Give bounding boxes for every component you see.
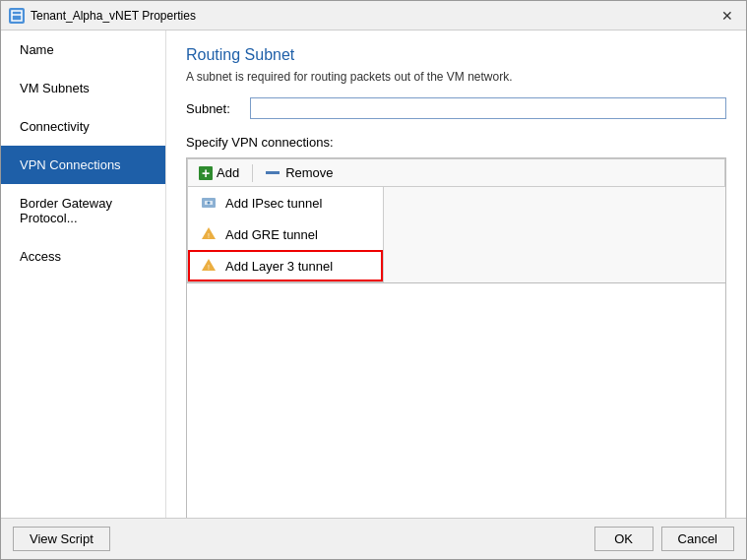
ok-button[interactable]: OK [594, 527, 654, 551]
window-title: Tenant_Alpha_vNET Properties [31, 9, 196, 23]
sidebar-item-access[interactable]: Access [1, 237, 165, 276]
footer-left: View Script [13, 527, 110, 551]
subnet-row: Subnet: [186, 97, 726, 119]
window-icon [9, 8, 25, 24]
toolbar: + Add Remove [187, 158, 725, 187]
sidebar-item-vm-subnets[interactable]: VM Subnets [1, 69, 165, 107]
gre-icon: ! [200, 225, 218, 243]
vpn-list-area [186, 283, 726, 518]
content-area: Routing Subnet A subnet is required for … [166, 31, 746, 518]
subnet-input[interactable] [250, 97, 726, 119]
svg-rect-0 [12, 11, 22, 21]
sidebar: Name VM Subnets Connectivity VPN Connect… [1, 31, 166, 518]
view-script-button[interactable]: View Script [13, 527, 110, 551]
section-title: Routing Subnet [186, 46, 726, 64]
remove-button[interactable]: Remove [259, 162, 340, 183]
add-ipsec-item[interactable]: Add IPsec tunnel [188, 187, 383, 218]
sidebar-item-vpn-connections[interactable]: VPN Connections [1, 146, 165, 184]
svg-text:!: ! [208, 232, 210, 239]
svg-text:!: ! [208, 264, 210, 271]
sidebar-item-border-gateway[interactable]: Border Gateway Protocol... [1, 184, 165, 237]
toolbar-area: + Add Remove [186, 157, 726, 283]
footer-right: OK Cancel [594, 527, 734, 551]
toolbar-separator [252, 164, 253, 182]
window-body: Name VM Subnets Connectivity VPN Connect… [1, 31, 746, 518]
cancel-button[interactable]: Cancel [661, 527, 734, 551]
properties-window: Tenant_Alpha_vNET Properties ✕ Name VM S… [0, 0, 747, 560]
add-layer3-item[interactable]: ! Add Layer 3 tunnel [188, 250, 383, 281]
remove-icon [266, 171, 280, 174]
vpn-connections-panel: + Add Remove [186, 157, 726, 518]
specify-label: Specify VPN connections: [186, 135, 726, 150]
title-bar-left: Tenant_Alpha_vNET Properties [9, 8, 196, 24]
dropdown-area: Add IPsec tunnel ! Add GRE tunnel [187, 187, 384, 282]
add-button[interactable]: + Add [192, 162, 246, 183]
title-bar: Tenant_Alpha_vNET Properties ✕ [1, 1, 746, 31]
l3-icon: ! [200, 257, 218, 275]
subnet-label: Subnet: [186, 101, 240, 116]
add-icon: + [199, 166, 213, 180]
sidebar-item-name[interactable]: Name [1, 31, 165, 69]
add-gre-item[interactable]: ! Add GRE tunnel [188, 218, 383, 250]
close-button[interactable]: ✕ [716, 5, 738, 27]
footer: View Script OK Cancel [1, 518, 746, 559]
sidebar-item-connectivity[interactable]: Connectivity [1, 107, 165, 146]
svg-point-4 [208, 202, 211, 205]
ipsec-icon [200, 194, 218, 212]
section-desc: A subnet is required for routing packets… [186, 70, 726, 84]
